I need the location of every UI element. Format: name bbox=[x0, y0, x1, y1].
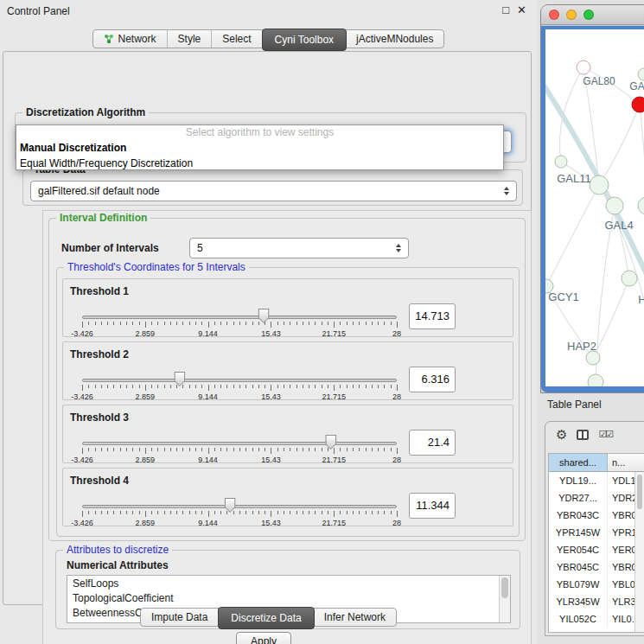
threshold-panel: Threshold 4 -3.4262.8599.14415.4321.7152… bbox=[62, 468, 513, 526]
cell-shared-name[interactable]: YER054C bbox=[549, 541, 608, 558]
threshold-value-box[interactable]: 21.4 bbox=[409, 430, 456, 456]
tab-cyni-toolbox[interactable]: Cyni Toolbox bbox=[262, 29, 347, 51]
cell-shared-name[interactable]: YBL079W bbox=[549, 576, 608, 593]
slider-tick bbox=[157, 322, 158, 325]
slider-tick bbox=[296, 322, 297, 325]
slider-track[interactable] bbox=[82, 505, 397, 508]
dropdown-option-equal-width-frequency[interactable]: Equal Width/Frequency Discretization bbox=[16, 156, 503, 171]
network-node-label: GAL80 bbox=[583, 75, 615, 87]
table-row[interactable]: YLR345WYLR3... bbox=[549, 593, 644, 610]
close-traffic-light[interactable] bbox=[549, 10, 559, 20]
scrollbar-thumb[interactable] bbox=[637, 475, 642, 509]
table-row[interactable]: YBL079WYBL0... bbox=[549, 576, 644, 593]
table-scrollbar[interactable] bbox=[634, 472, 644, 632]
slider-tick bbox=[284, 322, 284, 325]
network-node-label: GAL4 bbox=[604, 219, 633, 232]
table-row[interactable]: YDR27...YDR2... bbox=[549, 489, 644, 507]
columns-icon[interactable] bbox=[577, 430, 589, 440]
tab-network[interactable]: Network bbox=[93, 30, 168, 48]
network-node[interactable] bbox=[606, 197, 623, 214]
number-of-intervals-select[interactable]: 5 bbox=[189, 238, 409, 258]
dropdown-option-manual-discretization[interactable]: Manual Discretization bbox=[16, 140, 503, 156]
network-node[interactable] bbox=[586, 351, 600, 365]
network-edge[interactable] bbox=[599, 105, 640, 185]
apply-button[interactable]: Apply bbox=[236, 632, 291, 644]
network-node[interactable] bbox=[632, 97, 644, 112]
network-node[interactable] bbox=[590, 175, 609, 194]
tab-discretize-data[interactable]: Discretize Data bbox=[218, 607, 314, 629]
table-row[interactable]: YPR145WYPR1... bbox=[549, 524, 644, 541]
cell-shared-name[interactable]: YDR27... bbox=[549, 489, 608, 507]
network-edge[interactable] bbox=[546, 185, 599, 286]
table-row[interactable]: YER054CYER0... bbox=[549, 541, 644, 558]
tab-infer-network[interactable]: Infer Network bbox=[314, 609, 396, 626]
scale-tick-label: 21.715 bbox=[322, 392, 346, 401]
scale-tick-label: 9.144 bbox=[198, 519, 218, 527]
slider-tick bbox=[226, 322, 227, 325]
slider-tick bbox=[372, 322, 373, 325]
network-node[interactable] bbox=[638, 68, 644, 80]
tab-impute-data[interactable]: Impute Data bbox=[141, 609, 219, 626]
float-window-icon[interactable]: □ bbox=[502, 3, 509, 16]
network-node[interactable] bbox=[638, 197, 644, 214]
table-row[interactable]: YBR043CYBR0... bbox=[549, 507, 644, 524]
threshold-slider[interactable]: -3.4262.8599.14415.4321.71528 bbox=[82, 370, 397, 399]
minimize-traffic-light[interactable] bbox=[566, 10, 577, 20]
network-canvas[interactable]: GAL80GAGAL11GAL4GCY1HHAP2 bbox=[545, 29, 644, 386]
attribute-list-item[interactable]: TopologicalCoefficient bbox=[67, 590, 510, 605]
slider-tick bbox=[82, 322, 83, 328]
table-row[interactable]: YIL052CYIL0... bbox=[549, 610, 644, 628]
cell-shared-name[interactable]: YIL052C bbox=[549, 610, 608, 628]
tab-select[interactable]: Select bbox=[212, 30, 262, 48]
attribute-list-item[interactable]: SelfLoops bbox=[67, 576, 510, 590]
threshold-slider[interactable]: -3.4262.8599.14415.4321.71528 bbox=[82, 496, 397, 526]
threshold-value-box[interactable]: 11.344 bbox=[409, 493, 456, 519]
threshold-slider[interactable]: -3.4262.8599.14415.4321.71528 bbox=[82, 307, 397, 336]
tab-style[interactable]: Style bbox=[168, 30, 213, 48]
table-data-select[interactable]: galFiltered.sif default node bbox=[30, 181, 517, 201]
slider-tick bbox=[164, 385, 165, 388]
column-header-shared-name[interactable]: shared... bbox=[549, 454, 608, 471]
tab-jactivemnodules[interactable]: jActiveMNodules bbox=[346, 30, 443, 48]
slider-track[interactable] bbox=[82, 316, 397, 319]
cell-shared-name[interactable]: YLR345W bbox=[549, 593, 608, 610]
scrollbar-thumb[interactable] bbox=[501, 577, 508, 598]
table-row[interactable]: YBR045CYBR0... bbox=[549, 558, 644, 576]
select-columns-icon[interactable]: ☑☑ bbox=[598, 429, 612, 440]
network-node[interactable] bbox=[555, 156, 567, 168]
network-node[interactable] bbox=[588, 374, 603, 386]
table-panel-window: ⚙ ☑☑ shared... n... YDL19...YDL1...YDR27… bbox=[545, 421, 644, 636]
slider-tick bbox=[271, 448, 271, 454]
gear-icon[interactable]: ⚙ bbox=[556, 428, 567, 441]
close-window-icon[interactable]: ✕ bbox=[517, 3, 526, 16]
threshold-value-box[interactable]: 14.713 bbox=[409, 303, 456, 329]
slider-track[interactable] bbox=[82, 379, 397, 382]
slider-track[interactable] bbox=[82, 442, 397, 445]
cell-shared-name[interactable]: YDL19... bbox=[549, 472, 608, 489]
slider-tick bbox=[176, 322, 177, 325]
slider-tick bbox=[372, 448, 373, 451]
table-row[interactable]: YDL19...YDL1... bbox=[549, 472, 644, 489]
slider-tick bbox=[353, 322, 354, 325]
cell-shared-name[interactable]: YBR043C bbox=[549, 507, 608, 524]
cell-shared-name[interactable]: YBR045C bbox=[549, 558, 608, 576]
slider-tick bbox=[208, 448, 209, 454]
scale-tick-label: 28 bbox=[392, 456, 401, 464]
threshold-value-box[interactable]: 6.316 bbox=[409, 367, 456, 392]
threshold-slider[interactable]: -3.4262.8599.14415.4321.71528 bbox=[82, 433, 397, 462]
cell-shared-name[interactable]: YPR145W bbox=[549, 524, 608, 541]
group-title: Interval Definition bbox=[56, 212, 150, 224]
network-node[interactable] bbox=[577, 61, 590, 74]
network-window-titlebar[interactable] bbox=[541, 5, 644, 25]
column-header-name[interactable]: n... bbox=[608, 454, 644, 471]
slider-tick bbox=[176, 385, 177, 388]
slider-tick bbox=[258, 448, 259, 451]
slider-tick bbox=[252, 511, 253, 514]
network-edge[interactable] bbox=[593, 278, 629, 358]
slider-tick bbox=[182, 385, 183, 388]
zoom-traffic-light[interactable] bbox=[583, 10, 594, 20]
network-node[interactable] bbox=[622, 271, 637, 286]
network-node-label: GCY1 bbox=[548, 290, 578, 303]
network-edge[interactable] bbox=[640, 105, 644, 206]
network-edge[interactable] bbox=[615, 206, 629, 278]
